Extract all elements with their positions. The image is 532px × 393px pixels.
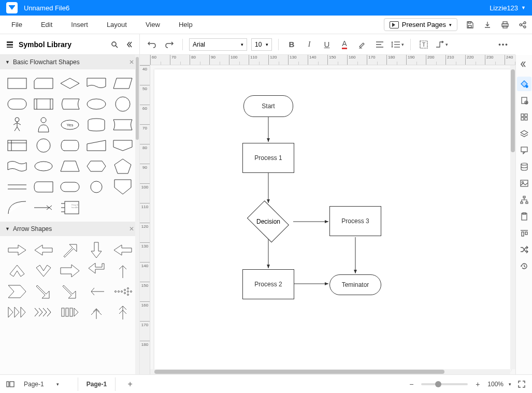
shape-circle[interactable] (111, 95, 134, 113)
image-icon[interactable] (517, 176, 531, 191)
page-dropdown[interactable]: Page-1▾ (21, 379, 62, 389)
search-icon[interactable] (109, 39, 120, 50)
shape-oval2[interactable] (32, 157, 55, 175)
share-icon[interactable] (517, 20, 528, 30)
canvas-page[interactable]: Start Process 1 Decision Process 3 Proce… (154, 69, 511, 371)
bold-button[interactable]: B (285, 38, 298, 51)
zoom-in-button[interactable]: + (473, 380, 482, 389)
arrow-right[interactable] (5, 241, 28, 259)
collapse-right-icon[interactable] (517, 57, 531, 71)
arrow-right-chevron[interactable] (5, 283, 28, 300)
text-highlight-button[interactable] (355, 38, 369, 51)
font-size-select[interactable]: 10▾ (251, 38, 272, 51)
shape-process[interactable] (5, 75, 28, 92)
shape-stored-data[interactable] (58, 95, 81, 113)
arrow-up-line[interactable] (111, 262, 134, 280)
shape-arrow-line[interactable] (32, 199, 55, 216)
shape-parallelogram[interactable] (111, 75, 134, 92)
arrow-right-block[interactable] (58, 262, 81, 280)
shape-tape[interactable] (5, 157, 28, 175)
arrow-diag-down[interactable] (32, 283, 55, 300)
redo-button[interactable] (163, 38, 176, 51)
arrow-bars[interactable] (58, 303, 81, 321)
shape-circle3[interactable] (84, 178, 108, 196)
shape-pentagon[interactable] (111, 157, 134, 175)
node-process3[interactable]: Process 3 (329, 206, 381, 236)
shape-rounded-rect[interactable] (32, 178, 55, 196)
shape-stadium[interactable] (58, 178, 81, 196)
clipboard-icon[interactable] (517, 209, 531, 224)
close-icon[interactable]: ✕ (129, 225, 134, 232)
fill-color-icon[interactable] (517, 77, 531, 91)
arrow-bent[interactable] (84, 262, 108, 280)
arrow-diag-up[interactable] (58, 241, 81, 259)
node-process1[interactable]: Process 1 (242, 143, 294, 173)
shape-actor[interactable] (5, 116, 28, 134)
shape-shield[interactable] (111, 178, 134, 196)
pages-view-icon[interactable] (5, 379, 16, 389)
undo-button[interactable] (145, 38, 159, 51)
collapse-left-icon[interactable] (124, 39, 134, 50)
page-settings-icon[interactable] (517, 93, 531, 108)
comment-icon[interactable] (517, 143, 531, 157)
menu-insert[interactable]: Insert (64, 18, 95, 32)
save-icon[interactable] (465, 20, 475, 30)
category-arrows-header[interactable]: ▼ Arrow Shapes ✕ (0, 222, 139, 236)
connector-button[interactable]: ▾ (435, 38, 448, 51)
shape-card[interactable] (32, 75, 55, 92)
shape-database[interactable] (84, 116, 108, 134)
arrow-left2[interactable] (111, 241, 134, 259)
shape-yes-oval[interactable]: Yes (58, 116, 81, 134)
shapes-scroll[interactable]: ▼ Basic Flowchart Shapes ✕ Yes (0, 55, 139, 374)
arrow-cross[interactable] (84, 303, 108, 321)
shape-predefined[interactable] (32, 95, 55, 113)
history-icon[interactable] (517, 259, 531, 273)
shape-hexagon[interactable] (84, 157, 108, 175)
align-button[interactable] (373, 38, 386, 51)
shape-diamond[interactable] (58, 75, 81, 92)
more-button[interactable]: ••• (497, 38, 510, 51)
italic-button[interactable]: I (303, 38, 316, 51)
canvas-area[interactable]: 6070809010011012013014015016017018019020… (140, 55, 515, 374)
arrow-left[interactable] (32, 241, 55, 259)
node-decision[interactable]: Decision (243, 204, 293, 239)
grid-icon[interactable] (517, 110, 531, 124)
font-color-button[interactable]: A (338, 38, 351, 51)
shape-ellipse[interactable] (84, 95, 108, 113)
arrow-chevron-down[interactable] (32, 262, 55, 280)
data-icon[interactable] (517, 159, 531, 174)
shape-terminator[interactable] (5, 95, 28, 113)
font-family-select[interactable]: Arial▾ (189, 38, 247, 51)
arrow-chevron-up[interactable] (5, 262, 28, 280)
arrow-left-small[interactable] (84, 283, 108, 300)
node-process2[interactable]: Process 2 (242, 269, 294, 299)
zoom-slider[interactable] (421, 383, 468, 385)
underline-button[interactable]: U (320, 38, 334, 51)
chevron-down-icon[interactable]: ▾ (509, 382, 511, 387)
align-tool-icon[interactable] (517, 226, 531, 240)
shape-arc[interactable] (5, 199, 28, 216)
user-menu[interactable]: Lizzie123 ▼ (490, 4, 526, 12)
shuffle-icon[interactable] (517, 242, 531, 257)
shape-parallel-lines[interactable] (5, 178, 28, 196)
category-flowchart-header[interactable]: ▼ Basic Flowchart Shapes ✕ (0, 55, 139, 69)
shape-document[interactable] (84, 75, 108, 92)
line-spacing-button[interactable]: ▾ (391, 38, 404, 51)
shape-cylinder[interactable] (58, 137, 81, 154)
shape-trapezoid[interactable] (58, 157, 81, 175)
add-page-button[interactable]: + (124, 378, 136, 390)
zoom-out-button[interactable]: − (407, 380, 416, 389)
print-icon[interactable] (500, 20, 510, 30)
menu-edit[interactable]: Edit (34, 18, 60, 32)
library-scrollbar[interactable] (135, 55, 139, 374)
layers-icon[interactable] (517, 126, 531, 141)
menu-file[interactable]: File (4, 18, 30, 32)
menu-view[interactable]: View (138, 18, 167, 32)
canvas-vertical-scrollbar[interactable] (510, 65, 515, 369)
shape-person[interactable] (32, 116, 55, 134)
canvas-horizontal-scrollbar[interactable] (150, 369, 510, 374)
shape-note[interactable]: Drag the sidehandles to change (58, 199, 81, 216)
arrow-diag-down2[interactable] (58, 283, 81, 300)
arrow-up-double[interactable] (111, 303, 134, 321)
arrow-down[interactable] (84, 241, 108, 259)
